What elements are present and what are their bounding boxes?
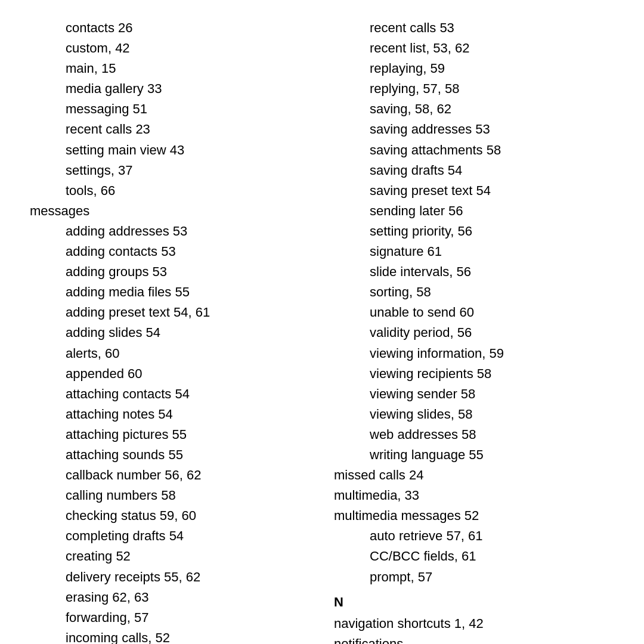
index-entry: messages	[30, 201, 310, 221]
index-entry: adding media files 55	[30, 282, 310, 302]
index-entry: calling numbers 58	[30, 485, 310, 506]
index-entry: writing language 55	[334, 445, 614, 465]
index-entry: saving, 58, 62	[334, 99, 614, 119]
index-entry: adding contacts 53	[30, 242, 310, 262]
index-entry: messaging 51	[30, 99, 310, 119]
index-entry: unable to send 60	[334, 302, 614, 323]
index-entry: prompt, 57	[334, 567, 614, 587]
index-entry: replying, 57, 58	[334, 79, 614, 99]
index-entry: signature 61	[334, 242, 614, 262]
index-entry: main, 15	[30, 58, 310, 79]
index-entry: viewing slides, 58	[334, 404, 614, 425]
index-entry: completing drafts 54	[30, 526, 310, 546]
index-entry: recent calls 23	[30, 119, 310, 140]
index-entry: slide intervals, 56	[334, 262, 614, 282]
index-entry: saving preset text 54	[334, 181, 614, 201]
index-entry: saving addresses 53	[334, 119, 614, 140]
index-entry: validity period, 56	[334, 323, 614, 343]
index-entry: adding slides 54	[30, 323, 310, 343]
page-container: contacts 26custom, 42main, 15media galle…	[0, 0, 644, 644]
index-entry: attaching contacts 54	[30, 384, 310, 404]
index-entry: notifications	[334, 634, 614, 644]
index-entry: adding addresses 53	[30, 221, 310, 242]
index-entry: attaching sounds 55	[30, 445, 310, 465]
index-entry: media gallery 33	[30, 79, 310, 99]
index-entry: sorting, 58	[334, 282, 614, 302]
left-column: contacts 26custom, 42main, 15media galle…	[30, 18, 322, 644]
index-entry: forwarding, 57	[30, 608, 310, 628]
index-entry: settings, 37	[30, 160, 310, 181]
index-entry: alerts, 60	[30, 343, 310, 364]
index-entry: auto retrieve 57, 61	[334, 526, 614, 546]
index-entry: attaching notes 54	[30, 404, 310, 425]
index-entry: replaying, 59	[334, 58, 614, 79]
index-entry: appended 60	[30, 364, 310, 384]
index-entry: sending later 56	[334, 201, 614, 221]
index-entry: callback number 56, 62	[30, 465, 310, 485]
index-entry: viewing recipients 58	[334, 364, 614, 384]
index-entry: saving attachments 58	[334, 140, 614, 160]
index-entry: saving drafts 54	[334, 160, 614, 181]
index-entry: adding groups 53	[30, 262, 310, 282]
index-entry: custom, 42	[30, 38, 310, 58]
index-entry: delivery receipts 55, 62	[30, 567, 310, 587]
index-entry: creating 52	[30, 546, 310, 566]
index-entry: CC/BCC fields, 61	[334, 546, 614, 566]
index-entry: viewing sender 58	[334, 384, 614, 404]
index-entry: recent calls 53	[334, 18, 614, 38]
index-entry: incoming calls, 52	[30, 628, 310, 644]
index-entry: setting main view 43	[30, 140, 310, 160]
index-entry: adding preset text 54, 61	[30, 302, 310, 323]
index-entry: contacts 26	[30, 18, 310, 38]
right-column: recent calls 53recent list, 53, 62replay…	[322, 18, 614, 644]
index-entry: attaching pictures 55	[30, 425, 310, 445]
index-entry: setting priority, 56	[334, 221, 614, 242]
index-entry: N	[334, 592, 614, 612]
index-entry: erasing 62, 63	[30, 587, 310, 608]
index-entry: web addresses 58	[334, 425, 614, 445]
index-entry: multimedia messages 52	[334, 506, 614, 526]
index-entry: navigation shortcuts 1, 42	[334, 614, 614, 634]
index-entry: missed calls 24	[334, 465, 614, 485]
index-entry: recent list, 53, 62	[334, 38, 614, 58]
index-entry: viewing information, 59	[334, 343, 614, 364]
index-entry: checking status 59, 60	[30, 506, 310, 526]
content-area: contacts 26custom, 42main, 15media galle…	[30, 18, 614, 644]
index-entry: multimedia, 33	[334, 485, 614, 506]
index-entry: tools, 66	[30, 181, 310, 201]
